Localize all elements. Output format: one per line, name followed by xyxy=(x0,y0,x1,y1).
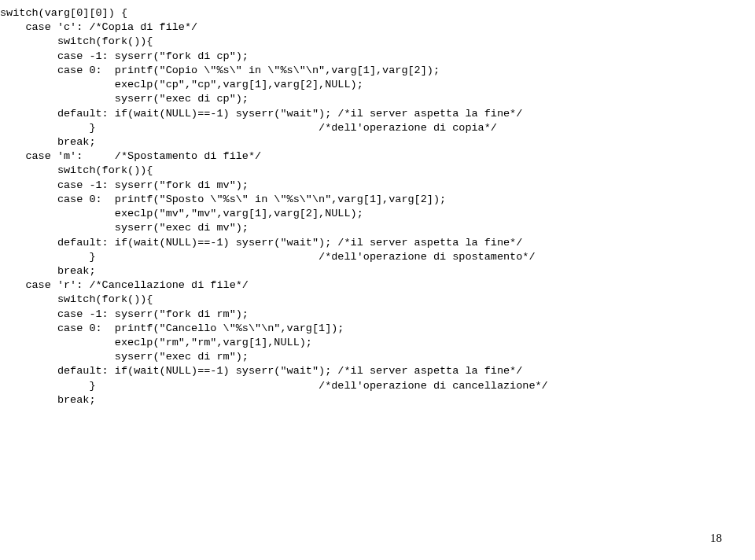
page-number: 18 xyxy=(710,530,722,546)
code-listing: switch(varg[0][0]) { case 'c': /*Copia d… xyxy=(0,0,755,407)
